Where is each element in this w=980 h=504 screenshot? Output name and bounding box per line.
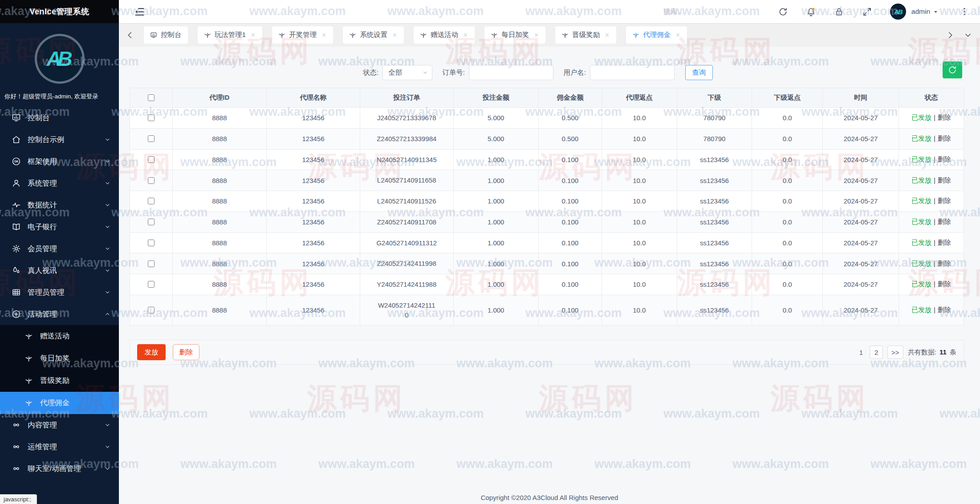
- row-delete-link[interactable]: 删除: [938, 280, 951, 288]
- row-checkbox[interactable]: [148, 219, 155, 225]
- sidebar-subitem-label: 每日加奖: [40, 354, 69, 363]
- search-input[interactable]: [663, 7, 760, 16]
- total-label: 共有数据:: [908, 348, 936, 356]
- close-icon[interactable]: [463, 32, 468, 38]
- lock-icon[interactable]: [834, 7, 844, 17]
- row-delete-link[interactable]: 删除: [938, 239, 951, 246]
- tab-赠送活动[interactable]: 赠送活动: [414, 26, 475, 44]
- tab-开奖管理[interactable]: 开奖管理: [272, 26, 333, 44]
- tab-每日加奖[interactable]: 每日加奖: [484, 26, 545, 44]
- row-delete-link[interactable]: 删除: [938, 306, 951, 313]
- status-released-link[interactable]: 已发放: [911, 239, 931, 246]
- tabs-scroll-left-icon[interactable]: [125, 30, 135, 40]
- status-select[interactable]: 全部: [382, 65, 432, 80]
- close-icon[interactable]: [250, 32, 256, 38]
- row-checkbox[interactable]: [148, 177, 155, 184]
- row-delete-link[interactable]: 删除: [938, 260, 951, 267]
- page: VenIce管理系统 AB 你好！超级管理员-admin, 欢迎登录 控制台控制…: [0, 0, 980, 504]
- sidebar-item[interactable]: 控制台示例: [0, 129, 119, 150]
- row-checkbox[interactable]: [148, 307, 155, 313]
- tab-系统设置[interactable]: 系统设置: [343, 26, 404, 44]
- tab-控制台[interactable]: 控制台: [144, 26, 188, 44]
- status-released-link[interactable]: 已发放: [911, 176, 931, 184]
- order-no-input[interactable]: [469, 65, 553, 80]
- status-released-link[interactable]: 已发放: [911, 306, 931, 313]
- table-row: 8888123456W2405271424211101.0000.10010.0…: [130, 295, 964, 325]
- tab-label: 控制台: [161, 30, 182, 40]
- sidebar-subitem[interactable]: 代理佣金: [0, 392, 119, 414]
- delete-button[interactable]: 删除: [173, 344, 199, 360]
- sidebar-item[interactable]: 会员管理: [0, 238, 119, 260]
- tabs-scroll-right-icon[interactable]: [945, 30, 955, 40]
- menu-toggle-icon[interactable]: [134, 6, 146, 18]
- status-released-link[interactable]: 已发放: [911, 218, 931, 225]
- fullscreen-icon[interactable]: [862, 7, 872, 17]
- agent-rebate-cell: 10.0: [602, 232, 677, 253]
- bell-icon[interactable]: [806, 7, 816, 17]
- sub-rebate-cell: 0.0: [752, 211, 823, 232]
- sidebar-item[interactable]: 数据统计: [0, 194, 119, 216]
- order-no-cell: Z240527142411998: [360, 253, 453, 274]
- sidebar-item[interactable]: 聊天室/动画管理: [0, 458, 119, 480]
- close-icon[interactable]: [533, 32, 539, 38]
- sidebar-item[interactable]: 真人视讯: [0, 260, 119, 281]
- close-icon[interactable]: [321, 32, 327, 38]
- pagination-page-1[interactable]: 1: [857, 349, 865, 356]
- avatar[interactable]: AB: [890, 4, 906, 20]
- tab-代理佣金[interactable]: 代理佣金: [626, 26, 687, 44]
- sidebar-item[interactable]: OK框架使用: [0, 150, 119, 172]
- row-delete-link[interactable]: 删除: [938, 176, 951, 184]
- row-delete-link[interactable]: 删除: [938, 197, 951, 204]
- row-checkbox[interactable]: [148, 135, 155, 142]
- main-content: 状态: 全部 订单号: 用户名: 查询 代理ID代理名称投注订: [119, 47, 980, 504]
- sidebar-item[interactable]: 运维管理: [0, 436, 119, 458]
- pagination-next[interactable]: >>: [887, 345, 903, 359]
- row-checkbox[interactable]: [148, 114, 155, 121]
- agent-name-cell: 123456: [267, 108, 360, 129]
- row-delete-link[interactable]: 删除: [938, 218, 951, 225]
- release-button[interactable]: 发放: [137, 344, 166, 360]
- status-released-link[interactable]: 已发放: [911, 114, 931, 121]
- status-released-link[interactable]: 已发放: [911, 134, 931, 142]
- row-checkbox[interactable]: [148, 260, 155, 267]
- row-delete-link[interactable]: 删除: [938, 114, 951, 121]
- sidebar-subitem[interactable]: 晋级奖励: [0, 370, 119, 392]
- select-all-checkbox[interactable]: [148, 94, 155, 101]
- table-header: 代理ID代理名称投注订单投注金额佣金金额代理返点下级下级返点时间状态: [130, 88, 964, 108]
- row-checkbox[interactable]: [148, 156, 155, 163]
- row-delete-link[interactable]: 删除: [938, 155, 951, 163]
- username-input[interactable]: [590, 65, 675, 80]
- more-menu-icon[interactable]: [960, 7, 969, 16]
- sub-rebate-cell: 0.0: [752, 232, 823, 253]
- row-delete-link[interactable]: 删除: [938, 134, 951, 142]
- tab-晋级奖励[interactable]: 晋级奖励: [555, 26, 616, 44]
- status-released-link[interactable]: 已发放: [911, 197, 931, 204]
- close-icon[interactable]: [392, 32, 398, 38]
- row-checkbox[interactable]: [148, 240, 155, 246]
- table-refresh-button[interactable]: [943, 61, 962, 78]
- sidebar-item[interactable]: 电子银行: [0, 216, 119, 238]
- status-released-link[interactable]: 已发放: [911, 280, 931, 288]
- agent-name-cell: 123456: [267, 274, 360, 295]
- row-checkbox[interactable]: [148, 281, 155, 288]
- query-button[interactable]: 查询: [685, 65, 713, 80]
- table-row: 8888123456Z2405271424119981.0000.10010.0…: [130, 253, 964, 274]
- user-menu[interactable]: admin: [911, 8, 939, 16]
- sidebar-item[interactable]: 管理员管理: [0, 281, 119, 303]
- sidebar-subitem[interactable]: 赠送活动: [0, 325, 119, 347]
- refresh-icon[interactable]: [778, 7, 788, 17]
- row-checkbox[interactable]: [148, 198, 155, 204]
- sidebar-item[interactable]: 活动管理: [0, 303, 119, 325]
- tab-玩法管理1[interactable]: 玩法管理1: [198, 26, 263, 44]
- status-released-link[interactable]: 已发放: [911, 155, 931, 163]
- close-icon[interactable]: [604, 32, 610, 38]
- close-icon[interactable]: [675, 32, 681, 38]
- sidebar-item[interactable]: 系统管理: [0, 172, 119, 194]
- sidebar-subitem[interactable]: 每日加奖: [0, 347, 119, 370]
- status-released-link[interactable]: 已发放: [911, 260, 931, 267]
- sidebar-item[interactable]: 内容管理: [0, 414, 119, 436]
- sidebar-item[interactable]: 控制台: [0, 107, 119, 129]
- tabs-menu-icon[interactable]: [963, 30, 973, 40]
- pagination-page-2[interactable]: 2: [870, 345, 883, 359]
- agent-name-cell: 123456: [267, 149, 360, 170]
